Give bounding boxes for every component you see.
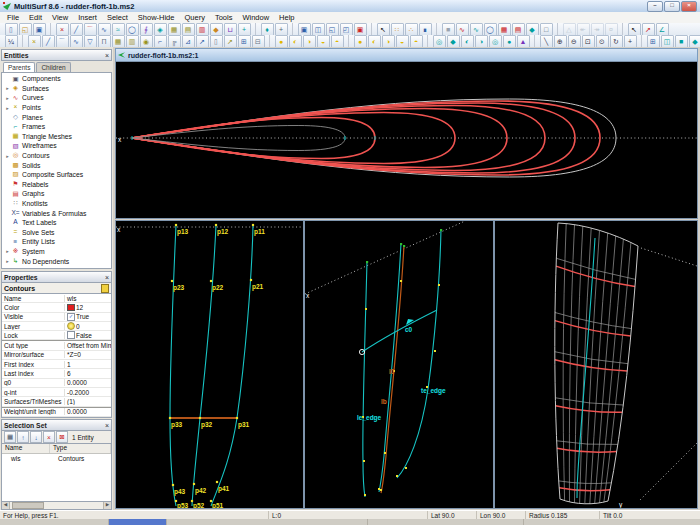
- tree-item-no-dependents[interactable]: ▸↳No Dependents: [2, 256, 111, 266]
- insert-wedge-icon[interactable]: ⊿: [182, 35, 195, 48]
- point-label-p21[interactable]: p21: [252, 283, 264, 291]
- blue-circle-icon[interactable]: ◯: [484, 23, 497, 36]
- station-curve-1[interactable]: [211, 225, 253, 506]
- selection-move-up-icon[interactable]: ↑: [17, 431, 29, 443]
- menu-query[interactable]: Query: [179, 12, 209, 23]
- insert-save-icon[interactable]: ⊟: [252, 35, 265, 48]
- container-tool-icon[interactable]: ⊔: [224, 23, 237, 36]
- insert-column-icon[interactable]: Π: [98, 35, 111, 48]
- select-add-icon[interactable]: ∷: [391, 23, 404, 36]
- show-children-bulb-icon[interactable]: ◑: [303, 35, 316, 48]
- viewport-plan[interactable]: x p13p12p11p23p22p21p33p32p31p43p42p41p5…: [115, 220, 304, 509]
- window-close-icon[interactable]: ▣: [354, 23, 367, 36]
- properties-filter-icon[interactable]: [101, 284, 109, 293]
- tree-item-knotlists[interactable]: ∷Knotlists: [2, 199, 111, 209]
- entities-close-icon[interactable]: ×: [105, 52, 109, 59]
- solid-mode-icon[interactable]: ◆: [689, 35, 700, 48]
- align-icon[interactable]: △: [563, 23, 576, 36]
- view-back-icon[interactable]: ◆: [447, 35, 460, 48]
- tree-item-points[interactable]: ▸×Points: [2, 103, 111, 113]
- open-folder-icon[interactable]: ◱: [19, 23, 32, 36]
- point-marker-p23[interactable]: [171, 280, 173, 282]
- teal-gem-icon[interactable]: ◆: [526, 23, 539, 36]
- insert-rosette-icon[interactable]: ◉: [140, 35, 153, 48]
- contour-wl2[interactable]: [132, 113, 455, 164]
- scroll-thumb[interactable]: [12, 502, 44, 509]
- window-split-icon[interactable]: ◫: [312, 23, 325, 36]
- point-label-p51[interactable]: p51: [212, 502, 224, 508]
- zoom-in-icon[interactable]: ⊕: [554, 35, 567, 48]
- tree-item-solve-sets[interactable]: =Solve Sets: [2, 228, 111, 238]
- insert-package-icon[interactable]: ⊞: [238, 35, 251, 48]
- entity-label-l0[interactable]: l0: [389, 368, 395, 375]
- station-curve-2[interactable]: [192, 225, 216, 506]
- menu-file[interactable]: File: [2, 12, 24, 23]
- point-marker-p43[interactable]: [172, 484, 174, 486]
- shaded-mode-icon[interactable]: ■: [675, 35, 688, 48]
- expander-icon[interactable]: ▸: [4, 258, 11, 264]
- point-label-p11[interactable]: p11: [254, 228, 265, 236]
- blade-bottom-edge[interactable]: [560, 499, 608, 504]
- surface-tool-icon[interactable]: ◈: [154, 23, 167, 36]
- view-bottom-icon[interactable]: ●: [503, 35, 516, 48]
- point-label-p13[interactable]: p13: [177, 228, 189, 236]
- scroll-left-icon[interactable]: ◀: [2, 502, 10, 509]
- zoom-window-icon[interactable]: ⊡: [582, 35, 595, 48]
- offset-icon[interactable]: ♦: [261, 23, 274, 36]
- insert-shield-icon[interactable]: ▽: [84, 35, 97, 48]
- insert-doc-icon[interactable]: ▯: [210, 35, 223, 48]
- point-label-p42[interactable]: p42: [195, 487, 207, 495]
- insert-plus-icon[interactable]: +: [275, 23, 288, 36]
- point-label-p53[interactable]: p53: [177, 502, 189, 508]
- add-entity-icon[interactable]: +: [238, 23, 251, 36]
- point-marker-p33[interactable]: [169, 417, 171, 419]
- insert-export-icon[interactable]: ↗: [224, 35, 237, 48]
- insert-bracket-icon[interactable]: ╔: [168, 35, 181, 48]
- show-parents-bulb-icon[interactable]: ◐: [289, 35, 302, 48]
- small-gray-icon[interactable]: ¤: [605, 23, 618, 36]
- expander-icon[interactable]: ▸: [4, 95, 11, 101]
- point-label-p31[interactable]: p31: [238, 421, 250, 429]
- view-left-icon[interactable]: ◐: [461, 35, 474, 48]
- point-label-p32[interactable]: p32: [201, 421, 213, 429]
- tree-item-variables-formulas[interactable]: X=Variables & Formulas: [2, 208, 111, 218]
- viewport-3d[interactable]: y: [494, 220, 698, 509]
- show-list-bulb-icon[interactable]: ◓: [331, 35, 344, 48]
- next-icon[interactable]: ↠: [591, 23, 604, 36]
- expander-icon[interactable]: ▸: [4, 153, 11, 159]
- menu-view[interactable]: View: [47, 12, 73, 23]
- point-marker-p21[interactable]: [250, 279, 252, 281]
- selection-clear-icon[interactable]: ⊠: [56, 431, 68, 443]
- viewport-profile[interactable]: x: [115, 61, 698, 219]
- point-marker-p42[interactable]: [193, 483, 195, 485]
- point-marker-p22[interactable]: [210, 280, 212, 282]
- tree-item-relabels[interactable]: ⚑Relabels: [2, 180, 111, 190]
- point-label-p22[interactable]: p22: [212, 284, 224, 292]
- checkbox-icon[interactable]: [67, 331, 75, 339]
- red-table-icon[interactable]: ▤: [512, 23, 525, 36]
- view-front-icon[interactable]: ◎: [433, 35, 446, 48]
- point-label-p23[interactable]: p23: [173, 284, 185, 292]
- helix-tool-icon[interactable]: ∮: [140, 23, 153, 36]
- hide-related-bulb-icon[interactable]: ◒: [396, 35, 409, 48]
- point-marker-p13[interactable]: [175, 224, 177, 226]
- selection-hscrollbar[interactable]: ◀ ▶: [1, 502, 112, 510]
- selection-remove-icon[interactable]: ×: [43, 431, 55, 443]
- show-bulb-icon[interactable]: ●: [275, 35, 288, 48]
- select-fence-icon[interactable]: ∴: [405, 23, 418, 36]
- hide-list-bulb-icon[interactable]: ◓: [410, 35, 423, 48]
- te-edge-curve[interactable]: [397, 229, 441, 478]
- selection-grid-icon[interactable]: ▦: [4, 431, 16, 443]
- minimize-button[interactable]: –: [647, 1, 663, 12]
- curve-tool-icon[interactable]: ∿: [98, 23, 111, 36]
- wireframe-mode-icon[interactable]: ⊞: [647, 35, 660, 48]
- menu-window[interactable]: Window: [237, 12, 274, 23]
- snake-tool-icon[interactable]: ≈: [112, 23, 125, 36]
- tree-item-composite-surfaces[interactable]: ▨Composite Surfaces: [2, 170, 111, 180]
- insert-vector-icon[interactable]: ↗: [196, 35, 209, 48]
- view-top-icon[interactable]: ◎: [489, 35, 502, 48]
- rotate-view-icon[interactable]: ↻: [610, 35, 623, 48]
- menu-insert[interactable]: Insert: [73, 12, 102, 23]
- select-pen-icon[interactable]: ╲: [540, 35, 553, 48]
- scroll-right-icon[interactable]: ▶: [103, 502, 111, 509]
